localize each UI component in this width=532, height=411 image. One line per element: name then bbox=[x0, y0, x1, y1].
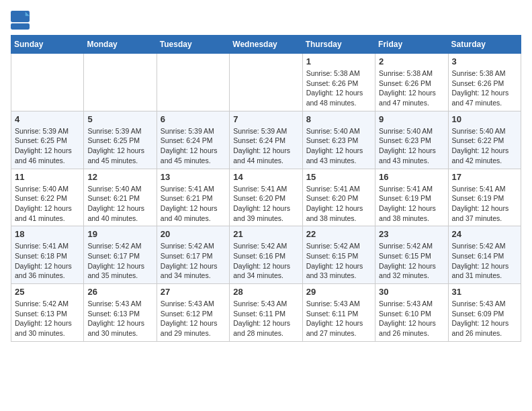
cell-info-text: Sunrise: 5:42 AMSunset: 6:17 PMDaylight:… bbox=[161, 241, 226, 281]
calendar-cell: 25Sunrise: 5:42 AMSunset: 6:13 PMDayligh… bbox=[11, 284, 84, 342]
header-row: SundayMondayTuesdayWednesdayThursdayFrid… bbox=[11, 36, 521, 54]
calendar-body: 1Sunrise: 5:38 AMSunset: 6:26 PMDaylight… bbox=[11, 54, 521, 342]
cell-date-number: 9 bbox=[379, 114, 444, 124]
cell-info-text: Sunrise: 5:39 AMSunset: 6:24 PMDaylight:… bbox=[161, 126, 226, 166]
calendar-cell: 9Sunrise: 5:40 AMSunset: 6:23 PMDaylight… bbox=[375, 111, 448, 169]
cell-date-number: 17 bbox=[452, 172, 517, 182]
calendar-cell: 2Sunrise: 5:38 AMSunset: 6:26 PMDaylight… bbox=[375, 54, 448, 111]
logo bbox=[11, 11, 32, 30]
header-day: Wednesday bbox=[230, 36, 302, 54]
cell-info-text: Sunrise: 5:41 AMSunset: 6:19 PMDaylight:… bbox=[452, 184, 517, 224]
calendar-table: SundayMondayTuesdayWednesdayThursdayFrid… bbox=[11, 35, 521, 342]
cell-info-text: Sunrise: 5:41 AMSunset: 6:20 PMDaylight:… bbox=[233, 184, 298, 224]
cell-date-number: 13 bbox=[161, 172, 226, 182]
cell-date-number: 5 bbox=[87, 114, 152, 124]
cell-date-number: 6 bbox=[161, 114, 226, 124]
cell-info-text: Sunrise: 5:43 AMSunset: 6:12 PMDaylight:… bbox=[161, 299, 226, 338]
calendar-cell: 12Sunrise: 5:40 AMSunset: 6:21 PMDayligh… bbox=[84, 169, 157, 226]
svg-rect-1 bbox=[11, 24, 30, 30]
calendar-cell: 6Sunrise: 5:39 AMSunset: 6:24 PMDaylight… bbox=[157, 111, 229, 169]
cell-info-text: Sunrise: 5:42 AMSunset: 6:15 PMDaylight:… bbox=[379, 241, 444, 281]
header-day: Friday bbox=[375, 36, 448, 54]
calendar-cell: 13Sunrise: 5:41 AMSunset: 6:21 PMDayligh… bbox=[157, 169, 229, 226]
cell-info-text: Sunrise: 5:38 AMSunset: 6:26 PMDaylight:… bbox=[306, 68, 371, 108]
cell-info-text: Sunrise: 5:42 AMSunset: 6:16 PMDaylight:… bbox=[233, 241, 298, 281]
cell-date-number: 26 bbox=[87, 287, 152, 297]
cell-info-text: Sunrise: 5:40 AMSunset: 6:23 PMDaylight:… bbox=[379, 126, 444, 166]
cell-date-number: 11 bbox=[15, 172, 80, 182]
header-day: Monday bbox=[84, 36, 157, 54]
cell-info-text: Sunrise: 5:40 AMSunset: 6:23 PMDaylight:… bbox=[306, 126, 371, 166]
cell-info-text: Sunrise: 5:43 AMSunset: 6:11 PMDaylight:… bbox=[233, 299, 298, 338]
calendar-cell: 27Sunrise: 5:43 AMSunset: 6:12 PMDayligh… bbox=[157, 284, 229, 342]
header-day: Tuesday bbox=[157, 36, 229, 54]
calendar-cell: 3Sunrise: 5:38 AMSunset: 6:26 PMDaylight… bbox=[448, 54, 521, 111]
calendar-cell: 10Sunrise: 5:40 AMSunset: 6:22 PMDayligh… bbox=[448, 111, 521, 169]
calendar-cell: 30Sunrise: 5:43 AMSunset: 6:10 PMDayligh… bbox=[375, 284, 448, 342]
calendar-week-row: 4Sunrise: 5:39 AMSunset: 6:25 PMDaylight… bbox=[11, 111, 521, 169]
cell-date-number: 8 bbox=[306, 114, 371, 124]
cell-date-number: 19 bbox=[87, 229, 152, 239]
cell-info-text: Sunrise: 5:42 AMSunset: 6:17 PMDaylight:… bbox=[87, 241, 152, 281]
calendar-cell: 16Sunrise: 5:41 AMSunset: 6:19 PMDayligh… bbox=[375, 169, 448, 226]
cell-date-number: 23 bbox=[379, 229, 444, 239]
calendar-cell bbox=[157, 54, 229, 111]
cell-info-text: Sunrise: 5:42 AMSunset: 6:13 PMDaylight:… bbox=[15, 299, 80, 338]
calendar-cell bbox=[11, 54, 84, 111]
cell-date-number: 4 bbox=[15, 114, 80, 124]
calendar-cell: 8Sunrise: 5:40 AMSunset: 6:23 PMDaylight… bbox=[302, 111, 375, 169]
calendar-cell: 26Sunrise: 5:43 AMSunset: 6:13 PMDayligh… bbox=[84, 284, 157, 342]
logo-icon bbox=[11, 11, 30, 30]
cell-date-number: 18 bbox=[15, 229, 80, 239]
cell-date-number: 30 bbox=[379, 287, 444, 297]
calendar-week-row: 25Sunrise: 5:42 AMSunset: 6:13 PMDayligh… bbox=[11, 284, 521, 342]
cell-info-text: Sunrise: 5:38 AMSunset: 6:26 PMDaylight:… bbox=[452, 68, 517, 108]
cell-info-text: Sunrise: 5:39 AMSunset: 6:25 PMDaylight:… bbox=[15, 126, 80, 166]
calendar-cell bbox=[230, 54, 302, 111]
cell-date-number: 27 bbox=[161, 287, 226, 297]
cell-info-text: Sunrise: 5:43 AMSunset: 6:09 PMDaylight:… bbox=[452, 299, 517, 338]
cell-info-text: Sunrise: 5:43 AMSunset: 6:10 PMDaylight:… bbox=[379, 299, 444, 338]
calendar-cell: 7Sunrise: 5:39 AMSunset: 6:24 PMDaylight… bbox=[230, 111, 302, 169]
cell-date-number: 22 bbox=[306, 229, 371, 239]
cell-date-number: 25 bbox=[15, 287, 80, 297]
cell-date-number: 29 bbox=[306, 287, 371, 297]
cell-date-number: 10 bbox=[452, 114, 517, 124]
cell-date-number: 31 bbox=[452, 287, 517, 297]
calendar-cell: 14Sunrise: 5:41 AMSunset: 6:20 PMDayligh… bbox=[230, 169, 302, 226]
header-day: Thursday bbox=[302, 36, 375, 54]
calendar-cell: 19Sunrise: 5:42 AMSunset: 6:17 PMDayligh… bbox=[84, 226, 157, 284]
cell-date-number: 28 bbox=[233, 287, 298, 297]
cell-info-text: Sunrise: 5:38 AMSunset: 6:26 PMDaylight:… bbox=[379, 68, 444, 108]
cell-info-text: Sunrise: 5:43 AMSunset: 6:13 PMDaylight:… bbox=[87, 299, 152, 338]
cell-date-number: 3 bbox=[452, 56, 517, 66]
calendar-week-row: 11Sunrise: 5:40 AMSunset: 6:22 PMDayligh… bbox=[11, 169, 521, 226]
page-header bbox=[11, 11, 521, 30]
calendar-cell: 29Sunrise: 5:43 AMSunset: 6:11 PMDayligh… bbox=[302, 284, 375, 342]
calendar-cell: 31Sunrise: 5:43 AMSunset: 6:09 PMDayligh… bbox=[448, 284, 521, 342]
header-day: Sunday bbox=[11, 36, 84, 54]
cell-info-text: Sunrise: 5:41 AMSunset: 6:20 PMDaylight:… bbox=[306, 184, 371, 224]
cell-date-number: 7 bbox=[233, 114, 298, 124]
cell-info-text: Sunrise: 5:39 AMSunset: 6:24 PMDaylight:… bbox=[233, 126, 298, 166]
cell-date-number: 20 bbox=[161, 229, 226, 239]
calendar-cell: 18Sunrise: 5:41 AMSunset: 6:18 PMDayligh… bbox=[11, 226, 84, 284]
cell-date-number: 16 bbox=[379, 172, 444, 182]
cell-date-number: 1 bbox=[306, 56, 371, 66]
cell-date-number: 12 bbox=[87, 172, 152, 182]
calendar-cell: 5Sunrise: 5:39 AMSunset: 6:25 PMDaylight… bbox=[84, 111, 157, 169]
calendar-cell bbox=[84, 54, 157, 111]
cell-info-text: Sunrise: 5:43 AMSunset: 6:11 PMDaylight:… bbox=[306, 299, 371, 338]
cell-date-number: 24 bbox=[452, 229, 517, 239]
calendar-cell: 1Sunrise: 5:38 AMSunset: 6:26 PMDaylight… bbox=[302, 54, 375, 111]
calendar-cell: 21Sunrise: 5:42 AMSunset: 6:16 PMDayligh… bbox=[230, 226, 302, 284]
cell-date-number: 21 bbox=[233, 229, 298, 239]
calendar-week-row: 18Sunrise: 5:41 AMSunset: 6:18 PMDayligh… bbox=[11, 226, 521, 284]
calendar-cell: 20Sunrise: 5:42 AMSunset: 6:17 PMDayligh… bbox=[157, 226, 229, 284]
cell-info-text: Sunrise: 5:41 AMSunset: 6:21 PMDaylight:… bbox=[161, 184, 226, 224]
cell-info-text: Sunrise: 5:41 AMSunset: 6:19 PMDaylight:… bbox=[379, 184, 444, 224]
calendar-header: SundayMondayTuesdayWednesdayThursdayFrid… bbox=[11, 36, 521, 54]
calendar-cell: 11Sunrise: 5:40 AMSunset: 6:22 PMDayligh… bbox=[11, 169, 84, 226]
calendar-cell: 15Sunrise: 5:41 AMSunset: 6:20 PMDayligh… bbox=[302, 169, 375, 226]
cell-info-text: Sunrise: 5:41 AMSunset: 6:18 PMDaylight:… bbox=[15, 241, 80, 281]
